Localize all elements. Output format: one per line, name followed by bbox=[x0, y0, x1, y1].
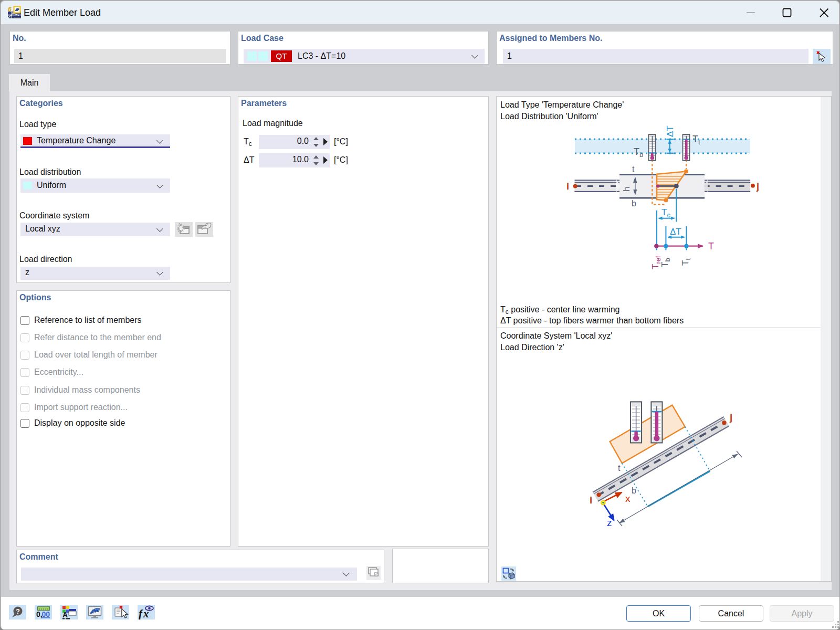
svg-text:b: b bbox=[632, 486, 636, 495]
svg-text:?: ? bbox=[16, 607, 20, 615]
svg-text:i: i bbox=[590, 495, 592, 506]
svg-text:z: z bbox=[607, 517, 612, 528]
svg-text:T: T bbox=[708, 241, 714, 251]
svg-text:Load Distribution 'Uniform': Load Distribution 'Uniform' bbox=[500, 112, 598, 121]
svg-text:Tc positive - center line warm: Tc positive - center line warming bbox=[500, 305, 620, 316]
svg-text:ΔT: ΔT bbox=[670, 227, 681, 237]
svg-text:00: 00 bbox=[42, 610, 50, 618]
svg-text:f: f bbox=[139, 607, 143, 620]
svg-text:j: j bbox=[756, 181, 759, 192]
svg-text:Load Type 'Temperature Change': Load Type 'Temperature Change' bbox=[500, 100, 624, 109]
svg-text:Coordinate System 'Local xyz': Coordinate System 'Local xyz' bbox=[500, 331, 612, 340]
svg-text:ΔT positive - top fibers warme: ΔT positive - top fibers warmer than bot… bbox=[500, 316, 684, 325]
svg-text:j: j bbox=[729, 412, 732, 423]
svg-text:ΔT: ΔT bbox=[665, 125, 675, 137]
svg-text:A: A bbox=[62, 611, 68, 619]
svg-text:i: i bbox=[566, 181, 569, 192]
svg-text:Tt: Tt bbox=[680, 258, 692, 266]
svg-text:t: t bbox=[632, 165, 635, 174]
svg-text:x: x bbox=[625, 493, 631, 504]
svg-text:b: b bbox=[632, 199, 636, 208]
svg-text:h: h bbox=[622, 187, 631, 192]
svg-text:Tc: Tc bbox=[662, 207, 670, 219]
svg-text:Load Direction 'z': Load Direction 'z' bbox=[500, 343, 564, 352]
svg-text:Tt: Tt bbox=[692, 134, 700, 146]
svg-text:t: t bbox=[618, 464, 621, 472]
